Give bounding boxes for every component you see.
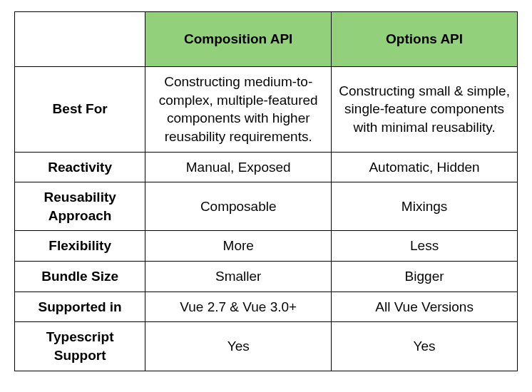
cell-supported-composition: Vue 2.7 & Vue 3.0+: [145, 292, 332, 322]
comparison-table: Composition API Options API Best For Con…: [14, 11, 518, 371]
cell-bundle-options: Bigger: [332, 262, 518, 292]
row-label-typescript: Typescript Support: [15, 322, 145, 371]
cell-supported-options: All Vue Versions: [332, 292, 518, 322]
table-row: Reactivity Manual, Exposed Automatic, Hi…: [15, 152, 518, 182]
table-row: Supported in Vue 2.7 & Vue 3.0+ All Vue …: [15, 292, 518, 322]
table-row: Bundle Size Smaller Bigger: [15, 262, 518, 292]
row-label-supported-in: Supported in: [15, 292, 145, 322]
header-row: Composition API Options API: [15, 12, 518, 67]
row-label-reactivity: Reactivity: [15, 152, 145, 182]
cell-reactivity-composition: Manual, Exposed: [145, 152, 332, 182]
row-label-best-for: Best For: [15, 67, 145, 153]
cell-flexibility-options: Less: [332, 231, 518, 262]
page: Composition API Options API Best For Con…: [0, 0, 532, 392]
header-composition-api: Composition API: [145, 12, 332, 67]
table-row: Flexibility More Less: [15, 231, 518, 262]
cell-reactivity-options: Automatic, Hidden: [332, 152, 518, 182]
header-options-api: Options API: [332, 12, 518, 67]
cell-reusability-options: Mixings: [332, 182, 518, 231]
row-label-flexibility: Flexibility: [15, 231, 145, 262]
table-row: Reusability Approach Composable Mixings: [15, 182, 518, 231]
cell-best-for-options: Constructing small & simple, single-feat…: [332, 67, 518, 153]
cell-flexibility-composition: More: [145, 231, 332, 262]
cell-reusability-composition: Composable: [145, 182, 332, 231]
row-label-reusability: Reusability Approach: [15, 182, 145, 231]
header-empty-cell: [15, 12, 145, 67]
cell-typescript-options: Yes: [332, 322, 518, 371]
cell-bundle-composition: Smaller: [145, 262, 332, 292]
row-label-bundle-size: Bundle Size: [15, 262, 145, 292]
cell-best-for-composition: Constructing medium-to-complex, multiple…: [145, 67, 332, 153]
cell-typescript-composition: Yes: [145, 322, 332, 371]
table-row: Best For Constructing medium-to-complex,…: [15, 67, 518, 153]
table-row: Typescript Support Yes Yes: [15, 322, 518, 371]
